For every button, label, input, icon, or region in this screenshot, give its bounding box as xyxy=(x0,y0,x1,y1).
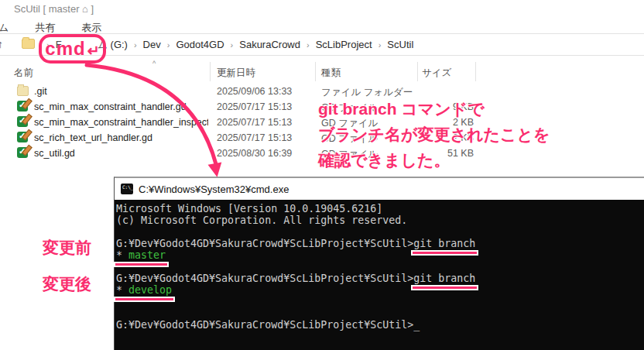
chevron-icon: › xyxy=(379,40,382,50)
column-header-date[interactable]: 更新日時 xyxy=(217,67,255,80)
enter-key-icon: ↵ xyxy=(87,42,100,60)
navigate-up-icon[interactable]: ↑ xyxy=(0,38,3,50)
file-name: sc_rich_text_url_handler.gd xyxy=(34,132,152,143)
terminal-line: (c) Microsoft Corporation. All rights re… xyxy=(116,214,644,226)
file-date: 2025/07/17 15:13 xyxy=(217,132,292,143)
terminal-line xyxy=(116,296,644,307)
terminal-line: G:¥Dev¥Godot4GD¥SakuraCrowd¥ScLibProject… xyxy=(116,319,644,331)
column-header-size[interactable]: サイズ xyxy=(422,67,451,80)
breadcrumb-item[interactable]: ScUtil xyxy=(387,39,413,50)
column-separator xyxy=(210,62,211,81)
after-label: 変更後 xyxy=(43,273,91,295)
chevron-icon: › xyxy=(307,40,310,50)
chevron-icon: › xyxy=(134,40,137,50)
command-text: git branch xyxy=(413,273,475,284)
window-title: ScUtil [ master ⌂ ] xyxy=(14,3,94,15)
chevron-icon: › xyxy=(167,40,170,50)
file-date: 2025/08/30 16:39 xyxy=(217,148,292,159)
cmd-input-annotation: cmd ↵ xyxy=(39,34,106,63)
file-name: sc_min_max_constraint_handler.gd xyxy=(34,101,187,112)
terminal-line: * develop xyxy=(116,284,644,296)
text-cursor: _ xyxy=(413,319,420,331)
column-separator xyxy=(417,62,418,81)
terminal-line xyxy=(116,307,644,319)
prompt-text: G:¥Dev¥Godot4GD¥SakuraCrowd¥ScLibProject… xyxy=(116,238,413,249)
console-output[interactable]: Microsoft Windows [Version 10.0.19045.62… xyxy=(115,200,644,331)
cmd-icon xyxy=(121,184,133,194)
breadcrumb-item[interactable]: SakuraCrowd xyxy=(239,39,300,50)
terminal-line: Microsoft Windows [Version 10.0.19045.62… xyxy=(116,203,644,214)
command-text: git branch xyxy=(413,238,475,249)
terminal-line: * master xyxy=(116,249,644,261)
file-date: 2025/07/17 15:13 xyxy=(217,101,292,112)
gd-file-icon xyxy=(17,116,28,127)
folder-icon xyxy=(22,39,35,49)
file-name: .git xyxy=(34,86,47,97)
terminal-line: G:¥Dev¥Godot4GD¥SakuraCrowd¥ScLibProject… xyxy=(116,273,644,284)
before-label: 変更前 xyxy=(43,237,91,259)
terminal-line xyxy=(116,226,644,238)
column-separator xyxy=(315,62,316,81)
file-date: 2025/07/17 15:13 xyxy=(217,117,292,128)
breadcrumb-item[interactable]: Godot4GD xyxy=(176,39,224,50)
annotation-note: git branch コマンドでブランチ名が変更されたことを確認できました。 xyxy=(318,96,550,173)
file-date: 2025/09/06 13:33 xyxy=(217,86,292,97)
breadcrumb-item[interactable]: ScLibProject xyxy=(316,39,372,50)
branch-name: develop xyxy=(128,284,172,296)
prompt-text: G:¥Dev¥Godot4GD¥SakuraCrowd¥ScLibProject… xyxy=(116,273,413,284)
terminal-line: G:¥Dev¥Godot4GD¥SakuraCrowd¥ScLibProject… xyxy=(116,238,644,249)
annotation-note-line: ブランチ名が変更されたことを xyxy=(318,122,550,147)
terminal-line xyxy=(116,261,644,273)
branch-name: master xyxy=(128,249,166,261)
branch-entry: * develop xyxy=(116,284,172,296)
gd-file-icon xyxy=(17,147,28,158)
cmd-window-title: C:¥Windows¥System32¥cmd.exe xyxy=(139,184,289,195)
annotation-note-line: 確認できました。 xyxy=(318,147,550,173)
sort-ascending-icon: ^ xyxy=(152,60,156,67)
breadcrumb-item[interactable]: Dev xyxy=(143,39,161,50)
folder-icon xyxy=(17,86,29,96)
gd-file-icon xyxy=(17,132,28,142)
column-separator xyxy=(475,62,476,81)
gd-file-icon xyxy=(17,101,28,112)
prompt-text: G:¥Dev¥Godot4GD¥SakuraCrowd¥ScLibProject… xyxy=(116,319,413,331)
file-name: sc_util.gd xyxy=(34,148,75,159)
annotation-note-line: git branch コマンドで xyxy=(318,96,550,122)
file-name: sc_min_max_constraint_handler_inspecto xyxy=(34,117,208,128)
column-header-name[interactable]: 名前 xyxy=(14,67,33,80)
column-header-type[interactable]: 種類 xyxy=(321,67,341,80)
cmd-titlebar: C:¥Windows¥System32¥cmd.exe xyxy=(115,178,644,200)
cmd-annotation-text: cmd xyxy=(45,38,85,60)
cmd-window: C:¥Windows¥System32¥cmd.exe Microsoft Wi… xyxy=(114,177,644,350)
branch-entry: * master xyxy=(116,249,166,261)
chevron-icon: › xyxy=(231,40,234,50)
